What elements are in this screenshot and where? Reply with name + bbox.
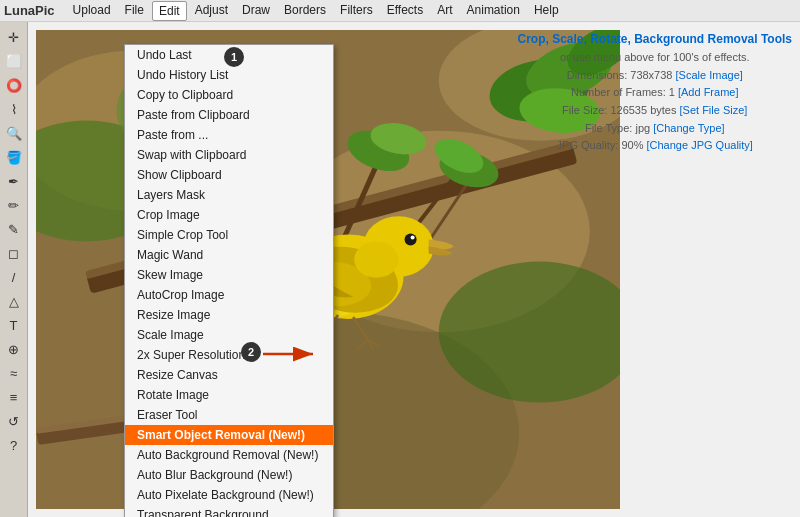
menu-magic-wand[interactable]: Magic Wand [125, 245, 333, 265]
dropdown-overlay: Undo Last Undo History List Copy to Clip… [28, 22, 800, 517]
tool-history[interactable]: ↺ [3, 410, 25, 432]
menu-paste-from[interactable]: Paste from ... [125, 125, 333, 145]
menu-animation[interactable]: Animation [461, 1, 526, 21]
menu-help[interactable]: Help [528, 1, 565, 21]
menu-upload[interactable]: Upload [67, 1, 117, 21]
tool-lasso[interactable]: ⌇ [3, 98, 25, 120]
menu-file[interactable]: File [119, 1, 150, 21]
menu-transparent-bg[interactable]: Transparent Background [125, 505, 333, 517]
menu-eraser-tool[interactable]: Eraser Tool [125, 405, 333, 425]
main-menu: Upload File Edit Adjust Draw Borders Fil… [67, 1, 565, 21]
menu-draw[interactable]: Draw [236, 1, 276, 21]
tool-layers[interactable]: ≡ [3, 386, 25, 408]
tool-eyedropper[interactable]: ✒ [3, 170, 25, 192]
menu-borders[interactable]: Borders [278, 1, 332, 21]
menu-swap-clipboard[interactable]: Swap with Clipboard [125, 145, 333, 165]
tool-select-oval[interactable]: ⭕ [3, 74, 25, 96]
menu-auto-blur-bg[interactable]: Auto Blur Background (New!) [125, 465, 333, 485]
menu-rotate-image[interactable]: Rotate Image [125, 385, 333, 405]
menu-art[interactable]: Art [431, 1, 458, 21]
tool-move[interactable]: ✛ [3, 26, 25, 48]
menu-show-clipboard[interactable]: Show Clipboard [125, 165, 333, 185]
menu-layers-mask[interactable]: Layers Mask [125, 185, 333, 205]
menu-skew-image[interactable]: Skew Image [125, 265, 333, 285]
menu-paste-clipboard[interactable]: Paste from Clipboard [125, 105, 333, 125]
annotation-1: 1 [224, 47, 244, 67]
edit-dropdown-menu: Undo Last Undo History List Copy to Clip… [124, 44, 334, 517]
tool-smudge[interactable]: ≈ [3, 362, 25, 384]
tool-brush[interactable]: ✏ [3, 194, 25, 216]
menu-undo-history[interactable]: Undo History List [125, 65, 333, 85]
tool-pencil[interactable]: ✎ [3, 218, 25, 240]
left-toolbar: ✛ ⬜ ⭕ ⌇ 🔍 🪣 ✒ ✏ ✎ ◻ / △ T ⊕ ≈ ≡ ↺ ? [0, 22, 28, 517]
app-logo: LunaPic [4, 3, 55, 18]
tool-line[interactable]: / [3, 266, 25, 288]
menu-bar: LunaPic Upload File Edit Adjust Draw Bor… [0, 0, 800, 22]
menu-scale-image[interactable]: Scale Image [125, 325, 333, 345]
menu-autocrop[interactable]: AutoCrop Image [125, 285, 333, 305]
content-area: Crop, Scale, Rotate, Background Removal … [28, 22, 800, 517]
tool-clone[interactable]: ⊕ [3, 338, 25, 360]
main-area: ✛ ⬜ ⭕ ⌇ 🔍 🪣 ✒ ✏ ✎ ◻ / △ T ⊕ ≈ ≡ ↺ ? Crop… [0, 22, 800, 517]
tool-paint-bucket[interactable]: 🪣 [3, 146, 25, 168]
menu-crop-image[interactable]: Crop Image [125, 205, 333, 225]
arrow-annotation [258, 344, 328, 367]
menu-auto-bg-removal[interactable]: Auto Background Removal (New!) [125, 445, 333, 465]
menu-effects[interactable]: Effects [381, 1, 429, 21]
menu-smart-object-removal[interactable]: Smart Object Removal (New!) [125, 425, 333, 445]
menu-edit[interactable]: Edit [152, 1, 187, 21]
tool-shape[interactable]: △ [3, 290, 25, 312]
menu-filters[interactable]: Filters [334, 1, 379, 21]
menu-copy-clipboard[interactable]: Copy to Clipboard [125, 85, 333, 105]
tool-select-rect[interactable]: ⬜ [3, 50, 25, 72]
menu-auto-pixelate-bg[interactable]: Auto Pixelate Background (New!) [125, 485, 333, 505]
menu-resize-image[interactable]: Resize Image [125, 305, 333, 325]
tool-text[interactable]: T [3, 314, 25, 336]
annotation-2: 2 [241, 342, 261, 362]
tool-zoom[interactable]: 🔍 [3, 122, 25, 144]
menu-adjust[interactable]: Adjust [189, 1, 234, 21]
menu-resize-canvas[interactable]: Resize Canvas [125, 365, 333, 385]
menu-simple-crop[interactable]: Simple Crop Tool [125, 225, 333, 245]
tool-help[interactable]: ? [3, 434, 25, 456]
tool-eraser[interactable]: ◻ [3, 242, 25, 264]
